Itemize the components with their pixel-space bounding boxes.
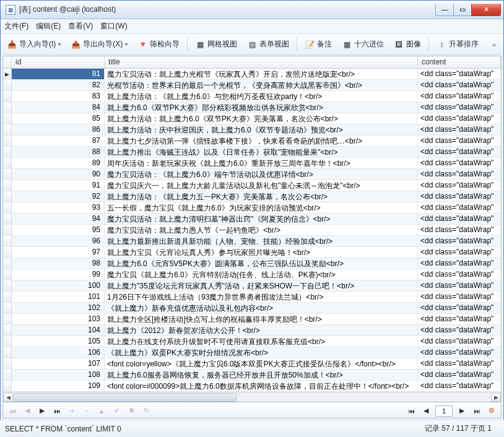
cell-title[interactable]: 魔力宝贝活动：就上魔力愚人节《一起钓鱼吧》<br/> <box>105 225 418 235</box>
table-row[interactable]: 94魔力宝贝活动：就上魔力清明扫墓"神器出窍"《阿夏芙的信念》<br/><dd … <box>3 214 501 225</box>
cell-title[interactable]: 就上魔力活动：《就上魔力五一PK大赛》完美落幕，名次公布<br/> <box>105 191 418 202</box>
scroll-track[interactable] <box>14 393 490 402</box>
table-row[interactable]: 105就上魔力在线支付系统升级暂时不可使用请直接联系客服充值<br/><dd c… <box>3 336 501 347</box>
column-header-id[interactable]: id <box>12 56 105 68</box>
cell-title[interactable]: 就上魔力七夕活动第一弹《擂怪故事楼下接》，快来看看奇葩的剧情吧…<br/> <box>105 136 418 146</box>
grid-view-button[interactable]: ▦网格视图 <box>193 38 240 51</box>
cell-id[interactable]: 97 <box>12 247 105 257</box>
cell-id[interactable]: 88 <box>12 147 105 157</box>
nav-post-button[interactable]: ✔ <box>111 405 122 417</box>
cell-content[interactable]: <dd class="dataWrap" <box>418 113 501 124</box>
table-row[interactable]: 96就上魔力最新推出新道具新功能（人物、宠物、技能）经验加成<br/><dd c… <box>3 236 501 247</box>
cell-title[interactable]: 魔力宝贝《就上魔力6.0》元宵特别活动(任务、线上活动、PK赛)<br/> <box>105 269 418 280</box>
cell-id[interactable]: 104 <box>12 325 105 335</box>
table-row[interactable]: 97就上魔力宝贝《元宵论坛真人秀》参与玩家照片曝光咯！<br/><dd clas… <box>3 247 501 258</box>
scroll-thumb[interactable] <box>14 393 237 402</box>
row-selector[interactable] <box>3 247 12 257</box>
nav-prev-button[interactable]: ◀ <box>22 405 33 417</box>
table-row[interactable]: 92就上魔力活动：《就上魔力五一PK大赛》完美落幕，名次公布<br/><dd c… <box>3 191 501 202</box>
table-row[interactable]: 102《就上魔力》新春充值优惠活动以及礼包内容<br/><dd class="d… <box>3 303 501 314</box>
row-selector[interactable] <box>3 124 12 135</box>
cell-title[interactable]: 魔力宝贝活动：就上魔力清明扫墓"神器出窍"《阿夏芙的信念》<br/> <box>105 214 418 224</box>
page-input[interactable] <box>435 405 453 417</box>
cell-id[interactable]: 82 <box>12 80 105 90</box>
row-selector[interactable] <box>3 80 12 90</box>
cell-id[interactable]: 83 <box>12 91 105 102</box>
image-button[interactable]: 🖼图像 <box>391 38 424 51</box>
cell-title[interactable]: 就上魔力活动：就上魔力6.0《双节PK大赛》完美落幕，名次公布<br/> <box>105 113 418 124</box>
cell-title[interactable]: 就上魔力在线支付系统升级暂时不可使用请直接联系客服充值<br/> <box>105 336 418 347</box>
scroll-left-icon[interactable]: ◀ <box>3 393 13 402</box>
cell-title[interactable]: 就上魔力《2012》新春贺岁活动大公开！<br/> <box>105 325 418 335</box>
table-row[interactable]: 93五一长假，魔力宝贝《就上魔力6.0》为玩家安排的活动预览<br/><dd c… <box>3 202 501 214</box>
cell-title[interactable]: <font color=yellow>《就上魔力宝贝6.0版本双蛋PK大赛正式接… <box>105 358 418 369</box>
cell-id[interactable]: 92 <box>12 191 105 202</box>
cell-content[interactable]: <dd class="dataWrap" <box>418 236 501 246</box>
cell-content[interactable]: <dd class="dataWrap" <box>418 147 501 157</box>
cell-id[interactable]: 86 <box>12 124 105 135</box>
cell-content[interactable]: <dd class="dataWrap" <box>418 225 501 235</box>
row-selector[interactable] <box>3 214 12 224</box>
page-first-button[interactable]: ⏮ <box>406 405 417 417</box>
row-selector[interactable] <box>3 158 12 168</box>
cell-content[interactable]: <dd class="dataWrap" <box>418 280 501 291</box>
table-row[interactable]: 104就上魔力《2012》新春贺岁活动大公开！<br/><dd class="d… <box>3 325 501 336</box>
cell-id[interactable]: 102 <box>12 303 105 313</box>
settings-icon[interactable]: ⚙ <box>486 405 497 417</box>
cell-id[interactable]: 89 <box>12 158 105 168</box>
row-selector[interactable] <box>3 280 12 291</box>
cell-content[interactable]: <dd class="dataWrap" <box>418 202 501 213</box>
cell-title[interactable]: 《就上魔力》新春充值优惠活动以及礼包内容<br/> <box>105 303 418 313</box>
cell-content[interactable]: <dd class="dataWrap" <box>418 292 501 302</box>
cell-id[interactable]: 98 <box>12 258 105 269</box>
table-row[interactable]: 1011月26日下午游戏线上活动（93魔力异世界勇者围攻法兰城）<br/><dd… <box>3 292 501 303</box>
cell-id[interactable]: 84 <box>12 102 105 113</box>
table-row[interactable]: 84就上魔力6.0《双节PK大赛》部分精彩视频放出供各玩家欣赏<br/><dd … <box>3 102 501 113</box>
nav-add-button[interactable]: ＋ <box>66 405 77 417</box>
cell-id[interactable]: 96 <box>12 236 105 246</box>
row-selector[interactable] <box>3 225 12 235</box>
table-row[interactable]: 85就上魔力活动：就上魔力6.0《双节PK大赛》完美落幕，名次公布<br/><d… <box>3 113 501 124</box>
cell-content[interactable]: <dd class="dataWrap" <box>418 336 501 347</box>
filter-wizard-button[interactable]: 🔻筛检向导 <box>135 38 182 51</box>
cell-id[interactable]: 101 <box>12 292 105 302</box>
export-wizard-button[interactable]: 📤导出向导(X)▾ <box>68 38 130 51</box>
row-selector[interactable] <box>3 69 12 79</box>
table-row[interactable]: 91魔力宝贝庆六一，就上魔力大龄儿童活动以及新礼包"童心未泯～泡泡龙"<br/>… <box>3 180 501 191</box>
nav-refresh-button[interactable]: ↻ <box>141 405 152 417</box>
row-selector[interactable] <box>3 303 12 313</box>
cell-title[interactable]: 魔力宝贝活动：《就上魔力6.0》端午节活动以及优惠详情<br/> <box>105 169 418 180</box>
table-row[interactable]: 82光棍节活动：世界末日的最后一个光棍节，《变身高富帅大战黑客帝国》<br/><… <box>3 80 501 91</box>
minimize-button[interactable]: — <box>435 4 454 16</box>
row-selector[interactable] <box>3 136 12 146</box>
cell-title[interactable]: 就上魔力6.0服务器网络恢复，服务器已经开放并且开放50%加成！<br/> <box>105 370 418 380</box>
cell-id[interactable]: 99 <box>12 269 105 280</box>
cell-title[interactable]: 魔力宝贝活动：就上魔力光棍节《玩家真人秀》开启，发照片送绝版宠<br/> <box>105 69 418 79</box>
table-row[interactable]: 87就上魔力七夕活动第一弹《擂怪故事楼下接》，快来看看奇葩的剧情吧…<br/><… <box>3 136 501 147</box>
cell-content[interactable]: <dd class="dataWrap" <box>418 169 501 180</box>
cell-content[interactable]: <dd class="dataWrap" <box>418 347 501 358</box>
row-selector[interactable] <box>3 258 12 269</box>
row-selector[interactable] <box>3 292 12 302</box>
cell-title[interactable]: 就上魔力宝贝《元宵论坛真人秀》参与玩家照片曝光咯！<br/> <box>105 247 418 257</box>
hex-button[interactable]: ▦十六进位 <box>339 38 386 51</box>
cell-content[interactable]: <dd class="dataWrap" <box>418 303 501 313</box>
table-row[interactable]: 86就上魔力活动：庆中秋迎国庆，就上魔力6.0《双节专题活动》预览<br/><d… <box>3 124 501 136</box>
row-selector[interactable] <box>3 180 12 191</box>
nav-last-button[interactable]: ⏭ <box>51 405 63 417</box>
cell-title[interactable]: 就上魔力活动：庆中秋迎国庆，就上魔力6.0《双节专题活动》预览<br/> <box>105 124 418 135</box>
row-selector[interactable] <box>3 191 12 202</box>
cell-title[interactable]: 周年庆活动：新老玩家庆祝《就上魔力6.0》重新开放三周年嘉年华！<br/> <box>105 158 418 168</box>
import-wizard-button[interactable]: 📥导入向导(I)▾ <box>4 38 63 51</box>
cell-content[interactable]: <dd class="dataWrap" <box>418 180 501 191</box>
scroll-right-icon[interactable]: ▶ <box>491 393 501 402</box>
maximize-button[interactable]: ▭ <box>453 4 472 16</box>
row-selector[interactable] <box>3 147 12 157</box>
table-row[interactable]: 83就上魔力活动：《就上魔力6.0》与您相约万圣夜狂欢party！<br/><d… <box>3 91 501 102</box>
cell-id[interactable]: 107 <box>12 358 105 369</box>
row-selector[interactable] <box>3 347 12 358</box>
cell-id[interactable]: 81 <box>12 69 105 79</box>
row-selector[interactable] <box>3 336 12 347</box>
cell-id[interactable]: 108 <box>12 370 105 380</box>
table-row[interactable]: 103就上魔力全区[抢楼活动]快点写上你的祝福赢得丰厚奖励吧！<br/><dd … <box>3 314 501 325</box>
